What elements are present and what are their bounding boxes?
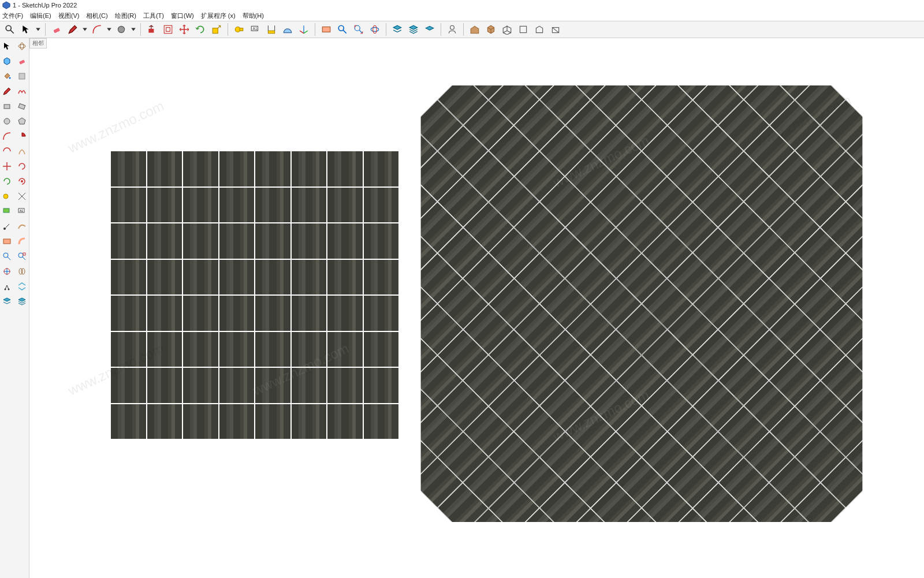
rotated-rect-icon[interactable]: [15, 99, 29, 113]
rotate-icon[interactable]: [15, 159, 29, 173]
menu-edit[interactable]: 编辑(E): [30, 10, 51, 21]
menu-camera[interactable]: 相机(C): [86, 10, 107, 21]
menu-extensions[interactable]: 扩展程序 (x): [201, 10, 236, 21]
zoom-extents-icon[interactable]: [0, 264, 14, 278]
rotate-icon[interactable]: [193, 22, 208, 37]
svg-point-39: [21, 180, 23, 182]
box-icon[interactable]: [483, 22, 498, 37]
orbit-icon[interactable]: [367, 22, 382, 37]
offset-icon[interactable]: [15, 174, 29, 188]
arc-icon[interactable]: [90, 22, 105, 37]
menu-window[interactable]: 窗口(W): [171, 10, 194, 21]
svg-rect-47: [3, 239, 10, 244]
scale-icon[interactable]: [209, 22, 224, 37]
pushpull-icon[interactable]: [0, 234, 14, 248]
pan-icon[interactable]: [15, 264, 29, 278]
walk-icon[interactable]: [0, 279, 14, 293]
layers3-icon[interactable]: [422, 22, 437, 37]
zoom-extents-icon[interactable]: [351, 22, 366, 37]
move-icon[interactable]: [177, 22, 192, 37]
tape-icon[interactable]: [232, 22, 247, 37]
eraser-icon[interactable]: [15, 54, 29, 68]
arc-icon[interactable]: [0, 129, 14, 143]
section-icon[interactable]: [15, 219, 29, 233]
zoom-icon[interactable]: [0, 249, 14, 263]
svg-rect-13: [268, 31, 274, 33]
circle-icon[interactable]: [0, 114, 14, 128]
text-icon[interactable]: [0, 204, 14, 218]
components-icon[interactable]: [0, 54, 14, 68]
scene-tab[interactable]: 相邻: [29, 38, 47, 49]
zoom-window-icon[interactable]: [15, 249, 29, 263]
svg-rect-19: [322, 27, 330, 32]
pie-icon[interactable]: [15, 129, 29, 143]
scale-icon[interactable]: [0, 174, 14, 188]
dropdown-icon[interactable]: [35, 22, 42, 37]
axes-icon[interactable]: [0, 219, 14, 233]
top-view-icon[interactable]: [516, 22, 531, 37]
section-plane-icon[interactable]: [319, 22, 334, 37]
svg-rect-52: [23, 253, 25, 255]
front-view-icon[interactable]: [532, 22, 547, 37]
svg-line-23: [359, 30, 363, 33]
iso-view-icon[interactable]: [500, 22, 515, 37]
dropdown-icon[interactable]: [81, 22, 88, 37]
dropdown-icon[interactable]: [106, 22, 113, 37]
rectangle-icon[interactable]: [0, 99, 14, 113]
freehand-icon[interactable]: [15, 84, 29, 98]
svg-point-46: [3, 228, 6, 230]
search-icon[interactable]: [2, 22, 17, 37]
warehouse-icon[interactable]: [467, 22, 482, 37]
layers-a-icon[interactable]: [0, 294, 14, 308]
pencil-icon[interactable]: [65, 22, 80, 37]
svg-rect-6: [164, 25, 172, 33]
layers1-icon[interactable]: [390, 22, 405, 37]
paint-bucket-icon[interactable]: [0, 69, 14, 83]
text-icon[interactable]: A1: [248, 22, 263, 37]
layers2-icon[interactable]: [406, 22, 421, 37]
watermark-url: www.znzmo.com: [66, 98, 167, 156]
menu-view[interactable]: 视图(V): [58, 10, 80, 21]
menu-file[interactable]: 文件(F): [2, 10, 23, 21]
svg-point-4: [118, 26, 124, 32]
protractor-icon[interactable]: [15, 189, 29, 203]
circle-icon[interactable]: [114, 22, 129, 37]
menu-draw[interactable]: 绘图(R): [115, 10, 136, 21]
menu-tools[interactable]: 工具(T): [143, 10, 164, 21]
eraser-icon[interactable]: [49, 22, 64, 37]
followme-icon[interactable]: [15, 234, 29, 248]
user-icon[interactable]: [445, 22, 460, 37]
tape-icon[interactable]: [0, 189, 14, 203]
title-bar: 1 - SketchUp Pro 2022: [0, 0, 924, 10]
pushpull-icon[interactable]: [144, 22, 159, 37]
svg-point-40: [3, 194, 8, 199]
top-toolbar: A1: [0, 21, 924, 38]
svg-point-25: [373, 25, 377, 33]
layers-b-icon[interactable]: [15, 294, 29, 308]
svg-point-33: [9, 77, 11, 79]
dimension-icon[interactable]: [264, 22, 279, 37]
svg-point-20: [338, 25, 344, 31]
sketchup-app-icon: [2, 1, 10, 9]
materials-icon[interactable]: [15, 69, 29, 83]
move-icon[interactable]: [0, 159, 14, 173]
offset-icon[interactable]: [161, 22, 176, 37]
tile-panel-diagonal: [416, 44, 867, 564]
select-arrow-icon[interactable]: [18, 22, 33, 37]
polygon-icon[interactable]: [15, 114, 29, 128]
arc3-icon[interactable]: [15, 144, 29, 158]
look-icon[interactable]: [15, 279, 29, 293]
orbit-icon[interactable]: [15, 39, 29, 53]
svg-rect-7: [166, 28, 170, 32]
zoom-icon[interactable]: [335, 22, 350, 37]
protractor-icon[interactable]: [280, 22, 295, 37]
arc2-icon[interactable]: [0, 144, 14, 158]
select-arrow-icon[interactable]: [0, 39, 14, 53]
pencil-icon[interactable]: [0, 84, 14, 98]
dim-icon[interactable]: A1: [15, 204, 29, 218]
viewport[interactable]: 相邻 www.znzmo.com www.znzmo.com www.znzmo…: [29, 38, 924, 578]
axes-icon[interactable]: [296, 22, 311, 37]
dropdown-icon[interactable]: [130, 22, 137, 37]
back-view-icon[interactable]: [548, 22, 563, 37]
menu-help[interactable]: 帮助(H): [243, 10, 264, 21]
